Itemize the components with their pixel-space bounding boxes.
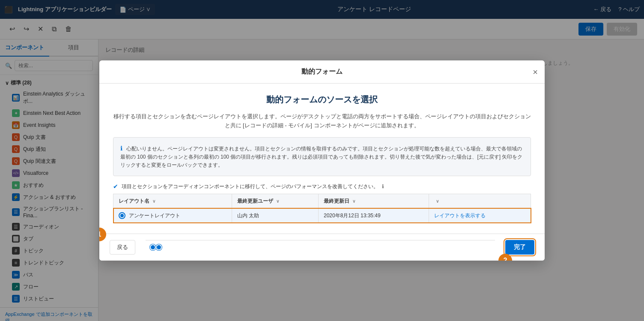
modal-close-button[interactable]: ×: [533, 68, 538, 76]
progress-bar-container: [146, 240, 495, 254]
sort-icon-date[interactable]: ∨: [352, 199, 355, 204]
col-action: ∨: [429, 194, 531, 208]
modal-table: レイアウト名 ∨ 最終更新ユーザ ∨ 最終更新日 ∨ ∨: [113, 194, 531, 223]
modal-checkbox-row: ✔ 項目とセクションをアコーディオンコンポーネントに移行して、ページのパフォーマ…: [113, 183, 531, 190]
modal-title: 動的フォーム: [301, 67, 343, 76]
table-cell-date: 2020年8月12日 13:35:49: [318, 208, 429, 223]
progress-dot-start: [156, 244, 162, 250]
modal: 1 2 動的フォーム × 動的フォームのソースを選択 移行する項目とセクションを…: [99, 60, 545, 260]
info-sm-icon[interactable]: ℹ: [382, 183, 384, 189]
show-layout-action-link[interactable]: レイアウトを表示する: [434, 213, 486, 219]
col-last-date: 最終更新日 ∨: [318, 194, 429, 208]
modal-description: 移行する項目とセクションを含むページレイアウトを選択します。ページがデスクトップ…: [113, 112, 531, 130]
radio-button-selected[interactable]: [119, 212, 125, 219]
table-cell-layout-name: アンケートレイアウト: [113, 208, 232, 223]
table-cell-user: 山内 太助: [232, 208, 318, 223]
modal-back-button[interactable]: 戻る: [110, 240, 135, 255]
modal-section-title: 動的フォームのソースを選択: [113, 94, 531, 105]
modal-body: 動的フォームのソースを選択 移行する項目とセクションを含むページレイアウトを選択…: [99, 84, 545, 233]
table-header-row: レイアウト名 ∨ 最終更新ユーザ ∨ 最終更新日 ∨ ∨: [113, 194, 531, 208]
progress-dot-end: [150, 244, 156, 250]
modal-info-box: ℹ 心配いりません。ページレイアウトは変更されません。項目とセクションの情報を取…: [113, 137, 531, 176]
checkbox-label: 項目とセクションをアコーディオンコンポーネントに移行して、ページのパフォーマンス…: [122, 183, 379, 190]
check-icon: ✔: [113, 183, 118, 190]
sort-icon-action[interactable]: ∨: [436, 199, 439, 204]
modal-overlay: 1 2 動的フォーム × 動的フォームのソースを選択 移行する項目とセクションを…: [0, 0, 644, 321]
table-cell-action: レイアウトを表示する: [429, 208, 531, 223]
modal-header: 動的フォーム ×: [99, 60, 545, 84]
col-layout-name: レイアウト名 ∨: [113, 194, 232, 208]
info-icon: ℹ: [120, 145, 122, 152]
modal-info-text: 心配いりません。ページレイアウトは変更されません。項目とセクションの情報を取得す…: [120, 146, 522, 168]
col-last-user: 最終更新ユーザ ∨: [232, 194, 318, 208]
modal-footer: 戻る 完了: [99, 234, 545, 261]
complete-button[interactable]: 完了: [505, 240, 534, 255]
table-row[interactable]: アンケートレイアウト 山内 太助 2020年8月12日 13:35:49 レイア…: [113, 208, 531, 223]
sort-icon-user[interactable]: ∨: [276, 199, 279, 204]
sort-icon-layout[interactable]: ∨: [152, 199, 155, 204]
